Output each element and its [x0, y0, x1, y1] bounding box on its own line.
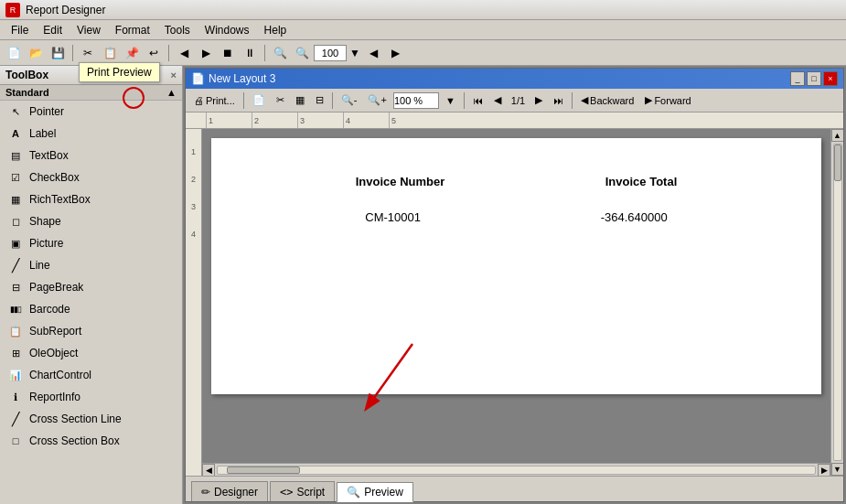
canvas-scroll[interactable]: Invoice Number Invoice Total CM-10001 -3… — [202, 129, 830, 463]
checkbox-icon: ☑ — [7, 169, 24, 186]
subreport-icon: 📋 — [7, 323, 24, 339]
toolbox-item-checkbox[interactable]: ☑ CheckBox — [0, 166, 182, 188]
tb-btn5[interactable]: ◀ — [174, 43, 194, 63]
tab-designer[interactable]: ✏ Designer — [191, 481, 268, 501]
undo-button[interactable]: ↩ — [144, 43, 164, 63]
tb-btn11[interactable]: ◀ — [363, 43, 383, 63]
toolbox-item-label-picture: Picture — [29, 237, 63, 250]
ruler-mark-2: 3 — [297, 113, 343, 129]
tb-btn8[interactable]: ⏸ — [240, 43, 260, 63]
toolbox-item-richtextbox[interactable]: ▦ RichTextBox — [0, 188, 182, 210]
reportinfo-icon: ℹ — [7, 389, 24, 405]
menu-file[interactable]: File — [4, 22, 36, 38]
menu-help[interactable]: Help — [257, 22, 294, 38]
report-header-row: Invoice Number Invoice Total — [239, 156, 794, 207]
bottom-tabs: ✏ Designer <> Script 🔍 Preview — [186, 476, 843, 501]
content-area: 📄 New Layout 3 _ □ × 🖨 Print... 📄 ✂ ▦ — [183, 66, 846, 504]
toolbox-item-chartcontrol[interactable]: 📊 ChartControl — [0, 364, 182, 386]
menu-edit[interactable]: Edit — [36, 22, 70, 38]
toolbox-item-pagebreak[interactable]: ⊟ PageBreak — [0, 276, 182, 298]
toolbox-item-label-reportinfo: ReportInfo — [29, 391, 80, 403]
scroll-up-button[interactable]: ▲ — [831, 129, 844, 142]
new-button[interactable]: 📄 — [4, 43, 24, 63]
preview-tab-icon: 🔍 — [347, 486, 360, 499]
data-col1: CM-10001 — [365, 210, 421, 224]
tb-btn9[interactable]: 🔍 — [270, 43, 290, 63]
open-button[interactable]: 📂 — [26, 43, 46, 63]
scroll-right-button[interactable]: ▶ — [818, 464, 830, 477]
toolbox-item-pointer[interactable]: ↖ Pointer — [0, 101, 182, 123]
page-next[interactable]: ▶ — [530, 91, 547, 110]
inner-tb-btn2[interactable]: ✂ — [272, 91, 289, 110]
backward-button[interactable]: ◀ Backward — [576, 91, 638, 110]
toolbox-section-label: Standard — [5, 87, 49, 98]
menu-windows[interactable]: Windows — [198, 22, 257, 38]
scroll-down-button[interactable]: ▼ — [831, 463, 844, 476]
tb-btn6[interactable]: ▶ — [196, 43, 216, 63]
inner-zoom-dropdown[interactable]: ▼ — [441, 91, 460, 110]
toolbox-item-oleobject[interactable]: ⊞ OleObject — [0, 342, 182, 364]
ruler-v-mark-1: 1 — [191, 129, 196, 156]
toolbox-item-label-subreport: SubReport — [29, 325, 81, 338]
page-first[interactable]: ⏮ — [468, 91, 487, 110]
toolbox-item-crosssectionline[interactable]: ╱ Cross Section Line — [0, 408, 182, 430]
richtextbox-icon: ▦ — [7, 191, 24, 208]
toolbox-item-crosssectionbox[interactable]: □ Cross Section Box — [0, 430, 182, 452]
toolbox-item-shape[interactable]: ◻ Shape — [0, 210, 182, 232]
save-button[interactable]: 💾 — [48, 43, 68, 63]
inner-tb-btn4[interactable]: ⊟ — [311, 91, 328, 110]
inner-tb-btn3[interactable]: ▦ — [291, 91, 309, 110]
copy-button[interactable]: 📋 — [100, 43, 120, 63]
toolbox-item-label-textbox: TextBox — [29, 149, 69, 162]
inner-sep1 — [243, 92, 244, 109]
inner-zoom-input[interactable] — [393, 92, 439, 109]
inner-print-button[interactable]: 🖨 Print... — [189, 91, 240, 110]
toolbox-item-picture[interactable]: ▣ Picture — [0, 232, 182, 254]
scroll-left-button[interactable]: ◀ — [202, 464, 215, 477]
pagebreak-icon: ⊟ — [7, 279, 24, 295]
toolbox-item-label-crosssectionline: Cross Section Line — [29, 413, 122, 425]
ruler-horizontal: 1 2 3 4 5 — [186, 113, 843, 129]
toolbox-section-standard[interactable]: Standard ▲ — [0, 85, 182, 101]
inner-sep2 — [332, 92, 333, 109]
toolbox-item-reportinfo[interactable]: ℹ ReportInfo — [0, 386, 182, 408]
horizontal-scrollbar[interactable]: ◀ ▶ — [202, 463, 830, 476]
tb-btn12[interactable]: ▶ — [385, 43, 405, 63]
paste-button[interactable]: 📌 — [122, 43, 142, 63]
scroll-thumb[interactable] — [227, 466, 300, 474]
tb-btn7[interactable]: ⏹ — [218, 43, 238, 63]
vertical-scrollbar[interactable]: ▲ ▼ — [830, 129, 843, 476]
toolbox-item-subreport[interactable]: 📋 SubReport — [0, 320, 182, 342]
toolbox-item-label-pagebreak: PageBreak — [29, 281, 83, 294]
inner-zoom-out[interactable]: 🔍- — [337, 91, 362, 110]
cut-button[interactable]: ✂ — [78, 43, 98, 63]
menu-tools[interactable]: Tools — [157, 22, 198, 38]
textbox-icon: ▤ — [7, 147, 24, 164]
ruler-mark-0: 1 — [206, 113, 252, 129]
toolbox-title: ToolBox — [5, 69, 48, 81]
zoom-dropdown[interactable]: ▼ — [348, 43, 361, 63]
canvas-wrapper: 1 2 3 4 Invoice Number Invoice Total — [186, 129, 843, 476]
toolbox-item-textbox[interactable]: ▤ TextBox — [0, 145, 182, 166]
page-prev[interactable]: ◀ — [489, 91, 506, 110]
toolbox-item-line[interactable]: ╱ Line — [0, 254, 182, 276]
zoom-input[interactable] — [314, 45, 347, 61]
v-scroll-thumb[interactable] — [834, 145, 841, 181]
inner-zoom-in[interactable]: 🔍+ — [363, 91, 391, 110]
toolbox-item-label[interactable]: A Label — [0, 123, 182, 145]
tb-btn10[interactable]: 🔍 — [292, 43, 312, 63]
toolbox-item-barcode[interactable]: ▮▮▯ Barcode — [0, 298, 182, 320]
tab-preview[interactable]: 🔍 Preview — [337, 482, 413, 502]
page-last[interactable]: ⏭ — [549, 91, 568, 110]
tab-script[interactable]: <> Script — [270, 481, 335, 501]
menu-view[interactable]: View — [70, 22, 108, 38]
inner-maximize-button[interactable]: □ — [807, 71, 821, 86]
inner-tb-btn1[interactable]: 📄 — [248, 91, 270, 110]
toolbox-close-button[interactable]: × — [171, 70, 177, 80]
inner-minimize-button[interactable]: _ — [790, 71, 805, 86]
menu-format[interactable]: Format — [108, 22, 157, 38]
inner-close-button[interactable]: × — [823, 71, 838, 86]
forward-button[interactable]: ▶ Forward — [640, 91, 695, 110]
ruler-v-mark-3: 3 — [191, 184, 196, 211]
pointer-icon: ↖ — [7, 103, 24, 120]
